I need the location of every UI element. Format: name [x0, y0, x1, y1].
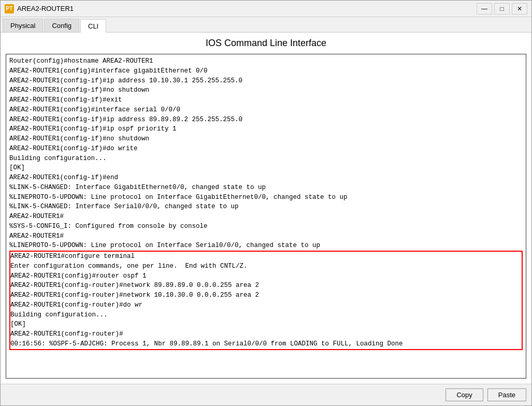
bottom-bar: Copy Paste [1, 384, 531, 405]
cli-line: AREA2-ROUTER1(config-if)#ip address 89.8… [9, 115, 523, 125]
close-button[interactable]: ✕ [512, 3, 527, 15]
cli-highlighted-line: AREA2-ROUTER1(config-router)#network 10.… [10, 291, 522, 300]
window-controls: — □ ✕ [477, 3, 527, 15]
cli-line: [OK] [9, 163, 523, 173]
cli-output[interactable]: Router(config)#hostname AREA2-ROUTER1ARE… [6, 54, 526, 378]
cli-highlighted-line: AREA2-ROUTER1(config-router)# [10, 329, 522, 339]
cli-highlighted-line: AREA2-ROUTER1(config-router)#do wr [10, 300, 522, 310]
tab-physical[interactable]: Physical [3, 19, 43, 32]
cli-line: AREA2-ROUTER1# [9, 212, 523, 222]
cli-highlighted-line: Building configuration... [10, 310, 522, 320]
cli-highlighted-line: AREA2-ROUTER1#configure terminal [10, 252, 522, 262]
cli-line: %SYS-5-CONFIG_I: Configured from console… [9, 222, 523, 231]
cli-line: AREA2-ROUTER1(config-if)#end [9, 173, 523, 183]
tab-cli-label: CLI [88, 22, 98, 30]
cli-highlighted-line: AREA2-ROUTER1(config)#router ospf 1 [10, 271, 522, 281]
cli-line: AREA2-ROUTER1(config-if)#ip ospf priorit… [9, 124, 523, 134]
cli-highlighted-line: AREA2-ROUTER1(config-router)#network 89.… [10, 281, 522, 291]
cli-highlighted-line: 00:16:56: %OSPF-5-ADJCHG: Process 1, Nbr… [10, 339, 522, 349]
cli-line: AREA2-ROUTER1(config-if)#do write [9, 144, 523, 154]
cli-normal-section: Router(config)#hostname AREA2-ROUTER1ARE… [9, 56, 523, 251]
cli-highlighted-line: Enter configuration commands, one per li… [10, 262, 522, 271]
maximize-button[interactable]: □ [494, 3, 510, 15]
tab-config-label: Config [52, 22, 71, 30]
tab-physical-label: Physical [10, 22, 35, 30]
tab-config[interactable]: Config [44, 19, 79, 32]
cli-line: %LINK-5-CHANGED: Interface GigabitEthern… [9, 183, 523, 193]
cli-line: %LINEPROTO-5-UPDOWN: Line protocol on In… [9, 193, 523, 202]
cli-line: AREA2-ROUTER1(config-if)#ip address 10.1… [9, 76, 523, 86]
cli-line: Router(config)#hostname AREA2-ROUTER1 [9, 56, 523, 66]
cli-line: AREA2-ROUTER1(config-if)#exit [9, 95, 523, 105]
cli-container[interactable]: Router(config)#hostname AREA2-ROUTER1ARE… [6, 54, 526, 379]
cli-line: Building configuration... [9, 154, 523, 164]
cli-line: AREA2-ROUTER1(config)#interface serial 0… [9, 105, 523, 115]
section-title: IOS Command Line Interface [6, 38, 526, 49]
app-icon: PT [5, 4, 14, 13]
cli-line: AREA2-ROUTER1(config-if)#no shutdown [9, 85, 523, 95]
window-title: AREA2-ROUTER1 [17, 5, 74, 12]
paste-button[interactable]: Paste [487, 388, 526, 401]
title-bar-left: PT AREA2-ROUTER1 [5, 4, 74, 13]
tab-cli[interactable]: CLI [80, 19, 106, 33]
cli-highlighted-line: [OK] [10, 320, 522, 329]
cli-line: AREA2-ROUTER1# [9, 231, 523, 241]
cli-line: AREA2-ROUTER1(config-if)#no shutdown [9, 134, 523, 144]
tab-bar: Physical Config CLI [1, 17, 531, 33]
main-content: IOS Command Line Interface Router(config… [1, 33, 531, 384]
cli-line: AREA2-ROUTER1(config)#interface gigabitE… [9, 66, 523, 76]
cli-line: %LINEPROTO-5-UPDOWN: Line protocol on In… [9, 241, 523, 251]
cli-highlighted-section: AREA2-ROUTER1#configure terminalEnter co… [9, 251, 523, 350]
copy-button[interactable]: Copy [445, 388, 483, 401]
cli-line: %LINK-5-CHANGED: Interface Serial0/0/0, … [9, 202, 523, 212]
title-bar: PT AREA2-ROUTER1 — □ ✕ [1, 1, 531, 17]
main-window: PT AREA2-ROUTER1 — □ ✕ Physical Config C… [0, 0, 532, 406]
minimize-button[interactable]: — [477, 3, 492, 15]
